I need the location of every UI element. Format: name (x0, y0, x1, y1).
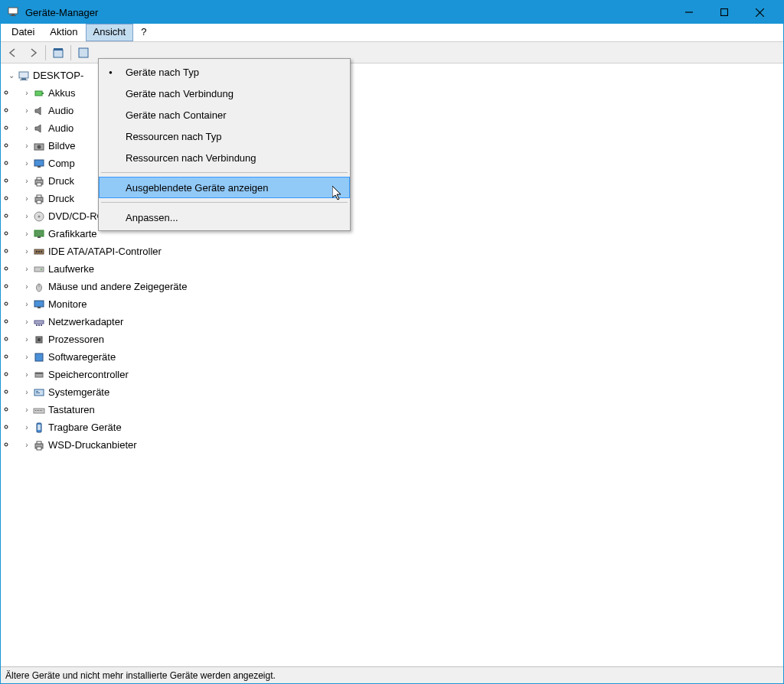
speaker-icon (33, 122, 45, 135)
expand-arrow-icon[interactable]: › (22, 441, 31, 450)
tree-item[interactable]: ›Tragbare Geräte (16, 419, 783, 436)
expand-arrow-icon[interactable]: › (22, 124, 31, 133)
tree-item[interactable]: ›Softwaregeräte (16, 348, 783, 366)
drive-icon (33, 263, 45, 275)
expand-arrow-icon[interactable]: › (22, 318, 31, 327)
tree-item[interactable]: ›Netzwerkadapter (16, 313, 783, 331)
display-icon (33, 228, 45, 240)
tree-root-label: DESKTOP- (33, 70, 83, 81)
software-icon (33, 351, 45, 363)
monitor-icon (33, 158, 45, 170)
expand-arrow-icon[interactable]: › (22, 300, 31, 309)
expand-arrow-icon[interactable]: › (22, 406, 31, 415)
menu-item-?[interactable]: ? (133, 24, 154, 41)
tree-item-label: Druck (48, 175, 74, 187)
tree-item[interactable]: ›Mäuse und andere Zeigegeräte (16, 278, 783, 295)
expand-arrow-icon[interactable]: › (22, 194, 31, 204)
expand-arrow-icon[interactable]: › (22, 89, 31, 98)
svg-rect-37 (34, 301, 44, 307)
expand-arrow-icon[interactable]: › (22, 265, 31, 274)
tree-item-label: Bildve (48, 140, 75, 151)
expand-arrow-icon[interactable]: › (22, 423, 31, 432)
menu-item-ansicht[interactable]: Ansicht (86, 24, 134, 41)
menu-item-datei[interactable]: Datei (4, 24, 42, 41)
tree-item[interactable]: ›Laufwerke (16, 260, 783, 278)
dropdown-item[interactable]: Geräte nach Verbindung (99, 83, 350, 104)
close-button[interactable] (742, 1, 777, 24)
expand-arrow-icon[interactable]: › (22, 370, 31, 379)
svg-rect-1 (11, 14, 15, 15)
svg-rect-45 (35, 353, 43, 361)
portable-icon (33, 422, 45, 434)
expand-arrow-icon[interactable]: › (22, 335, 31, 344)
collapse-arrow-icon[interactable]: ⌄ (7, 71, 16, 80)
dropdown-item[interactable]: Ressourcen nach Typ (99, 125, 350, 147)
system-icon (33, 386, 45, 399)
svg-rect-53 (37, 410, 38, 411)
back-button[interactable] (4, 44, 22, 62)
tree-item-label: Tastaturen (48, 404, 95, 415)
maximize-button[interactable] (707, 1, 742, 24)
tree-item-label: Monitore (48, 298, 87, 310)
help-button[interactable] (74, 44, 93, 62)
tree-item-label: Akkus (48, 87, 75, 99)
tree-item-label: Comp (48, 158, 75, 169)
expand-arrow-icon[interactable]: › (22, 247, 31, 256)
svg-rect-27 (34, 230, 44, 236)
tree-item-label: Speichercontroller (48, 369, 129, 380)
speaker-icon (33, 105, 45, 117)
svg-rect-41 (38, 324, 40, 326)
printer-icon (33, 175, 45, 187)
svg-rect-9 (79, 48, 88, 57)
menu-item-aktion[interactable]: Aktion (42, 24, 85, 41)
expand-arrow-icon[interactable]: › (22, 388, 31, 397)
dropdown-separator (101, 202, 348, 203)
printer-icon (33, 193, 45, 205)
properties-button[interactable] (49, 44, 67, 62)
svg-rect-49 (36, 391, 38, 392)
app-icon (7, 6, 19, 18)
svg-point-34 (41, 269, 42, 270)
svg-rect-40 (36, 324, 38, 326)
tree-item[interactable]: ›WSD-Druckanbieter (16, 436, 783, 454)
expand-arrow-icon[interactable]: › (22, 353, 31, 362)
svg-rect-42 (41, 324, 42, 326)
expand-arrow-icon[interactable]: › (22, 159, 31, 168)
tree-item[interactable]: ›Systemgeräte (16, 383, 783, 401)
minimize-button[interactable] (671, 1, 707, 24)
svg-rect-61 (37, 447, 41, 450)
tree-item[interactable]: ›Tastaturen (16, 401, 783, 419)
tree-item[interactable]: ›Speichercontroller (16, 366, 783, 383)
forward-button[interactable] (24, 44, 42, 62)
camera-icon (33, 140, 45, 152)
svg-rect-13 (35, 91, 42, 96)
svg-rect-2 (10, 15, 16, 16)
expand-arrow-icon[interactable]: › (22, 230, 31, 239)
expand-arrow-icon[interactable]: › (22, 177, 31, 186)
dropdown-item[interactable]: Ressourcen nach Verbindung (99, 147, 350, 168)
dropdown-item[interactable]: Ausgeblendete Geräte anzeigen (99, 177, 350, 198)
svg-rect-60 (37, 441, 41, 444)
expand-arrow-icon[interactable]: › (22, 282, 31, 292)
view-dropdown: Geräte nach TypGeräte nach VerbindungGer… (98, 58, 351, 231)
tree-item[interactable]: ›IDE ATA/ATAPI-Controller (16, 243, 783, 260)
expand-arrow-icon[interactable]: › (22, 212, 31, 221)
svg-rect-10 (19, 72, 28, 78)
expand-arrow-icon[interactable]: › (22, 142, 31, 151)
tree-item-label: Systemgeräte (48, 386, 109, 398)
svg-rect-12 (20, 80, 28, 80)
toolbar-separator (45, 45, 46, 60)
dropdown-item[interactable]: Geräte nach Container (99, 104, 350, 125)
svg-rect-31 (38, 251, 40, 252)
svg-rect-52 (35, 410, 36, 411)
network-icon (33, 316, 45, 328)
tree-item[interactable]: ›Prozessoren (16, 331, 783, 348)
expand-arrow-icon[interactable]: › (22, 106, 31, 116)
monitor-icon (33, 298, 45, 311)
window-controls (671, 1, 777, 24)
battery-icon (33, 87, 45, 99)
svg-rect-55 (40, 410, 41, 411)
dropdown-item[interactable]: Anpassen... (99, 207, 350, 228)
tree-item[interactable]: ›Monitore (16, 295, 783, 313)
dropdown-item[interactable]: Geräte nach Typ (99, 61, 350, 83)
